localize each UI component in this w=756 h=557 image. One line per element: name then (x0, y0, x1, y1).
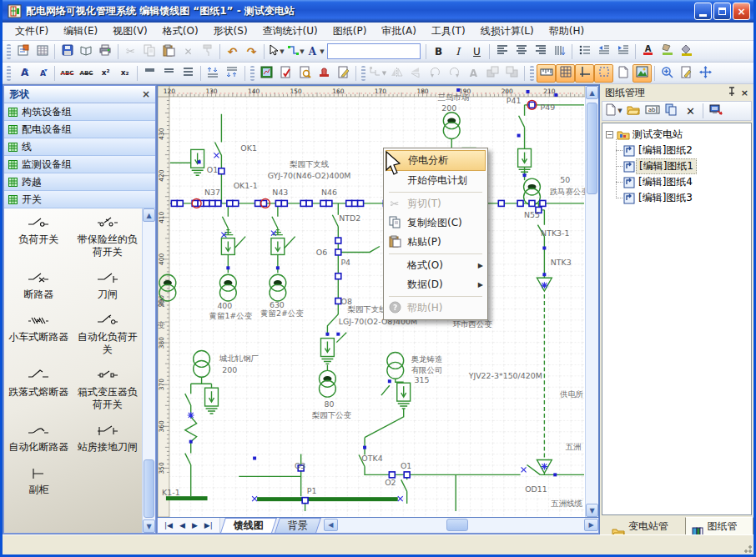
shape-item-箱式变压器负荷开关[interactable]: 箱式变压器负荷开关 (73, 368, 143, 411)
save-button[interactable] (58, 43, 77, 61)
shape-item-带保险丝的负荷开关[interactable]: 带保险丝的负荷开关 (73, 215, 143, 258)
new-diagram-button[interactable] (13, 43, 33, 61)
pan-image-button[interactable] (633, 64, 652, 83)
superscript-button[interactable]: x² (96, 64, 115, 83)
tree-item-[编辑]图纸2[interactable]: [编辑]图纸2 (611, 143, 749, 158)
redo-button[interactable]: ↷ (242, 43, 261, 61)
sheet-tab-馈线图[interactable]: 馈线图 (220, 518, 277, 533)
bullets-button[interactable] (575, 43, 594, 61)
scroll-right-icon[interactable]: ▶ (584, 519, 598, 531)
search-doc-button[interactable] (295, 64, 315, 83)
cut-button[interactable]: ✂ (121, 43, 140, 61)
menu-查询统计(U)[interactable]: 查询统计(U) (255, 23, 325, 40)
copy-button[interactable] (140, 43, 159, 61)
menu-视图(V)[interactable]: 视图(V) (105, 23, 155, 40)
align-vertical-button[interactable] (550, 43, 569, 61)
new-drawing-button[interactable]: ▼ (604, 102, 623, 120)
sheet-tab-背景[interactable]: 背景 (275, 518, 321, 533)
menu-工具(T)[interactable]: 工具(T) (424, 23, 473, 40)
tree-item-[编辑]图纸4[interactable]: [编辑]图纸4 (611, 174, 749, 190)
delete-drawing-button[interactable]: ✕ (681, 102, 700, 120)
space-after-button[interactable] (223, 64, 242, 83)
shape-item-自动化断路器[interactable]: 自动化断路器 (4, 423, 73, 454)
rotate-left-button[interactable] (426, 64, 445, 83)
tree-item-[编辑]图纸3[interactable]: [编辑]图纸3 (611, 190, 749, 206)
scroll-up-icon[interactable]: ▲ (586, 86, 598, 99)
tree-root-row[interactable]: − 测试变电站 (604, 127, 749, 143)
context-menu-item-粘贴(P)[interactable]: 粘贴(P) (386, 233, 486, 252)
shape-item-跌落式熔断器[interactable]: 跌落式熔断器 (4, 368, 73, 411)
menu-格式(O)[interactable]: 格式(O) (155, 23, 206, 40)
maximize-button[interactable] (713, 3, 731, 20)
context-menu-item-剪切(T)[interactable]: ✂剪切(T) (386, 194, 486, 213)
shape-item-站房接地刀闸[interactable]: 站房接地刀闸 (73, 423, 143, 454)
rotate-right-button[interactable] (445, 64, 464, 83)
first-sheet-button[interactable]: |◀ (161, 521, 176, 529)
next-sheet-button[interactable]: ▶ (189, 521, 201, 529)
subscript-button[interactable]: x₂ (115, 64, 134, 83)
close-button[interactable]: × (733, 3, 750, 20)
minimize-button[interactable] (694, 3, 712, 20)
canvas-hscrollbar[interactable]: ◀ ▶ (324, 518, 598, 532)
paste-button[interactable] (159, 43, 179, 61)
approve-button[interactable] (276, 64, 295, 83)
bold-button[interactable]: B (429, 43, 448, 61)
shape-item-负荷开关[interactable]: 负荷开关 (4, 215, 73, 258)
format-painter-button[interactable] (198, 43, 217, 61)
undo-button[interactable]: ↶ (223, 43, 242, 61)
collapse-icon[interactable]: − (606, 131, 613, 138)
shapes-scrollbar[interactable]: ▲ ▼ (142, 208, 155, 533)
zoom-button[interactable] (658, 64, 677, 83)
align-right-button[interactable] (531, 43, 550, 61)
align-left-button[interactable] (492, 43, 512, 61)
shapes-panel-close-icon[interactable]: × (142, 88, 150, 100)
context-menu-item-复制绘图(C)[interactable]: 复制绘图(C) (386, 213, 486, 233)
substation-drawing-button[interactable] (706, 102, 725, 120)
fill-color-button[interactable] (677, 43, 696, 61)
shape-item-自动化负荷开关[interactable]: 自动化负荷开关 (73, 313, 143, 356)
flip-h-button[interactable] (387, 64, 406, 83)
underline-button[interactable]: U (467, 43, 486, 61)
space-before-button[interactable] (204, 64, 223, 83)
move-button[interactable] (696, 64, 715, 83)
open-drawing-button[interactable] (623, 102, 643, 120)
font-grow-button[interactable]: A (13, 64, 33, 83)
text-button[interactable]: A▼ (305, 43, 325, 61)
shape-item-小车式断路器[interactable]: 小车式断路器 (4, 313, 73, 356)
italic-button[interactable]: I (448, 43, 467, 61)
annotate-button[interactable] (677, 64, 696, 83)
tree-item-[编辑]图纸1[interactable]: [编辑]图纸1 (611, 158, 749, 174)
strike-red-button[interactable]: ABC (58, 64, 77, 83)
shape-item-刀闸[interactable]: 刀闸 (73, 270, 143, 301)
shape-group-配电设备组[interactable]: 配电设备组 (4, 121, 155, 138)
menu-帮助(H)[interactable]: 帮助(H) (542, 23, 592, 40)
menu-审批(A)[interactable]: 审批(A) (374, 23, 424, 40)
spacing-1-button[interactable] (140, 64, 159, 83)
prev-sheet-button[interactable]: ◀ (176, 521, 189, 529)
context-menu-item-帮助(H)[interactable]: ?帮助(H) (386, 299, 486, 318)
menu-线损计算(L)[interactable]: 线损计算(L) (473, 23, 542, 40)
outdent-button[interactable] (594, 43, 613, 61)
font-style-button[interactable]: A (464, 64, 483, 83)
bring-front-button[interactable] (483, 64, 502, 83)
guides-toggle-button[interactable] (575, 64, 594, 83)
menu-文件(F)[interactable]: 文件(F) (8, 23, 56, 40)
shape-item-断路器[interactable]: 断路器 (4, 270, 73, 301)
shape-name-combo[interactable] (327, 43, 421, 59)
marquee-toggle-button[interactable] (594, 64, 613, 83)
rename-drawing-button[interactable]: ab (643, 102, 662, 120)
canvas-vscrollbar[interactable]: ▲ ▼ (585, 86, 598, 517)
diagram-canvas[interactable]: 120130140150160170180190200210 430420410… (158, 86, 585, 517)
shape-group-线[interactable]: 线 (4, 138, 155, 156)
highlight-color-button[interactable] (658, 43, 677, 61)
grid-toggle-button[interactable] (556, 64, 575, 83)
menu-图纸(P)[interactable]: 图纸(P) (325, 23, 375, 40)
page-setup-button[interactable] (613, 64, 633, 83)
edit-doc-button[interactable] (334, 64, 353, 83)
flip-v-button[interactable] (406, 64, 426, 83)
diagram-view-button[interactable] (257, 64, 276, 83)
scroll-down-icon[interactable]: ▼ (586, 504, 598, 517)
menu-编辑(E)[interactable]: 编辑(E) (56, 23, 105, 40)
shape-item-副柜[interactable]: 副柜 (4, 465, 73, 496)
stamp-button[interactable] (315, 64, 334, 83)
